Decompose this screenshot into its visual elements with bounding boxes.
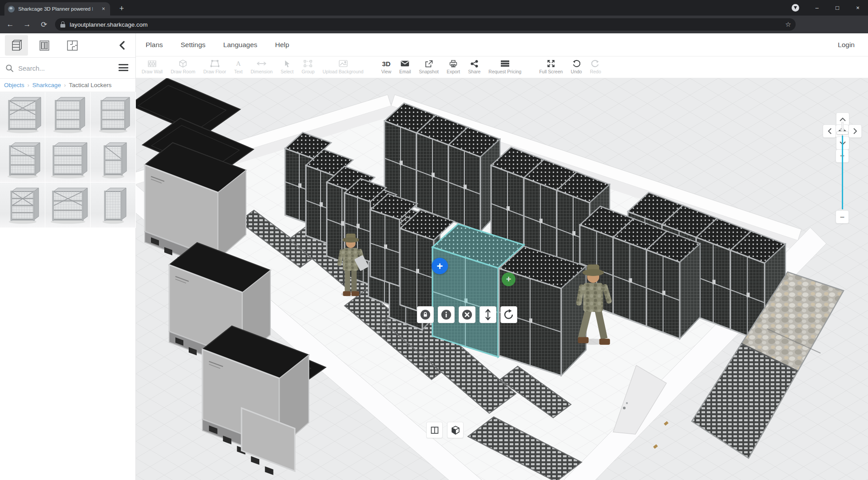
scene-shape bbox=[351, 291, 359, 296]
tab-title-fade bbox=[89, 2, 99, 16]
forward-icon[interactable]: → bbox=[20, 18, 34, 31]
scene-shape bbox=[572, 231, 575, 236]
tactical-locker-2[interactable] bbox=[45, 92, 91, 137]
view-2d-icon bbox=[430, 426, 439, 435]
pan-right-button[interactable] bbox=[848, 124, 862, 138]
bookmark-star-icon[interactable]: ☆ bbox=[785, 20, 791, 28]
adjust-height-button[interactable] bbox=[480, 306, 496, 323]
sidebar-tab-objects[interactable] bbox=[5, 35, 28, 56]
tool-redo[interactable]: Redo bbox=[586, 56, 605, 74]
view-3d-button[interactable] bbox=[447, 422, 464, 438]
thumbnail-grid bbox=[0, 92, 135, 228]
scene-shape bbox=[583, 269, 604, 276]
email-icon bbox=[400, 59, 409, 68]
tactical-locker-8[interactable] bbox=[45, 183, 91, 228]
tab-close-icon[interactable]: × bbox=[100, 5, 107, 12]
tool-export[interactable]: Export bbox=[443, 56, 464, 74]
tactical-locker-9[interactable] bbox=[91, 183, 136, 228]
object-toolbar bbox=[417, 306, 517, 323]
breadcrumb-sharkcage[interactable]: Sharkcage bbox=[32, 82, 61, 88]
tool-request-pricing[interactable]: Request Pricing bbox=[484, 56, 525, 74]
tab-title: Sharkcage 3D Planner powered b bbox=[18, 6, 93, 12]
sidebar-menu-icon[interactable] bbox=[119, 64, 128, 72]
tactical-locker-3[interactable] bbox=[91, 92, 136, 137]
tool-share[interactable]: Share bbox=[464, 56, 484, 74]
sidebar-tab-doors-windows[interactable] bbox=[33, 35, 56, 56]
tool-draw-wall[interactable]: Draw Wall bbox=[138, 56, 166, 74]
tactical-locker-1[interactable] bbox=[0, 92, 45, 137]
menu-item-help[interactable]: Help bbox=[275, 41, 289, 49]
rotate-button[interactable] bbox=[500, 306, 517, 323]
export-icon bbox=[449, 59, 457, 68]
new-tab-button[interactable]: + bbox=[116, 4, 127, 14]
tactical-locker-4[interactable] bbox=[0, 137, 45, 183]
zoom-slider-handle[interactable] bbox=[836, 131, 848, 135]
minimize-button[interactable]: – bbox=[807, 0, 827, 16]
info-button[interactable] bbox=[438, 306, 455, 323]
tool-label: View bbox=[381, 69, 392, 74]
zoom-out-button[interactable]: – bbox=[836, 210, 849, 224]
back-icon[interactable]: ← bbox=[4, 18, 17, 31]
favicon-icon bbox=[8, 6, 15, 12]
draw-floor-icon bbox=[210, 59, 219, 68]
menu-item-settings[interactable]: Settings bbox=[181, 41, 206, 49]
tool-full-screen[interactable]: Full Screen bbox=[535, 56, 567, 74]
request-pricing-icon bbox=[501, 59, 509, 68]
incognito-indicator-icon[interactable] bbox=[792, 4, 799, 12]
scene-shape bbox=[662, 291, 666, 295]
tool-view[interactable]: 3DView bbox=[377, 56, 396, 74]
scene-shape bbox=[400, 161, 403, 165]
tool-label: Share bbox=[468, 69, 480, 74]
delete-button[interactable] bbox=[459, 306, 476, 323]
tool-label: Snapshot bbox=[419, 69, 439, 74]
tactical-locker-6[interactable] bbox=[91, 137, 136, 183]
select-icon bbox=[284, 59, 290, 68]
browser-addressbar: ← → ⟳ layoutplanner.sharkcage.com ☆ Inco… bbox=[0, 16, 868, 33]
tool-draw-floor[interactable]: Draw Floor bbox=[199, 56, 230, 74]
url-bar[interactable]: layoutplanner.sharkcage.com ☆ bbox=[55, 18, 796, 31]
login-link[interactable]: Login bbox=[838, 41, 855, 49]
tool-undo[interactable]: Undo bbox=[567, 56, 586, 74]
scene-shape bbox=[320, 202, 323, 207]
close-button[interactable]: × bbox=[848, 0, 868, 16]
tactical-locker-7[interactable] bbox=[0, 183, 45, 228]
menu-item-languages[interactable]: Languages bbox=[223, 41, 258, 49]
tool-label: Draw Wall bbox=[142, 69, 163, 74]
tactical-locker-5[interactable] bbox=[45, 137, 91, 183]
sidebar-tab-floorplan[interactable] bbox=[61, 35, 84, 56]
scene-shape bbox=[298, 184, 301, 188]
tool-upload-background[interactable]: Upload Background bbox=[318, 56, 367, 74]
svg-text:A: A bbox=[236, 60, 241, 67]
add-object-button[interactable]: + bbox=[432, 258, 448, 274]
refresh-icon[interactable]: ⟳ bbox=[37, 18, 51, 31]
tool-dimension[interactable]: Dimension bbox=[247, 56, 277, 74]
breadcrumb-separator: › bbox=[64, 82, 66, 88]
maximize-button[interactable]: □ bbox=[827, 0, 848, 16]
breadcrumb-objects[interactable]: Objects bbox=[4, 82, 24, 88]
tool-email[interactable]: Email bbox=[395, 56, 415, 74]
menu-items: PlansSettingsLanguagesHelp bbox=[136, 41, 289, 49]
url-text: layoutplanner.sharkcage.com bbox=[70, 21, 148, 28]
planner-canvas[interactable]: + – bbox=[136, 78, 868, 480]
snapshot-icon bbox=[425, 59, 433, 68]
tool-select[interactable]: Select bbox=[277, 56, 297, 74]
tool-text[interactable]: AText bbox=[230, 56, 246, 74]
tool-group[interactable]: Group bbox=[297, 56, 318, 74]
view-2d-button[interactable] bbox=[426, 422, 443, 438]
menu-item-plans[interactable]: Plans bbox=[146, 41, 163, 49]
zoom-slider-track[interactable] bbox=[842, 136, 843, 209]
browser-titlebar: Sharkcage 3D Planner powered b × + – □ × bbox=[0, 0, 868, 16]
tool-draw-room[interactable]: Draw Room bbox=[166, 56, 199, 74]
lock-button[interactable] bbox=[417, 306, 434, 323]
sidebar-collapse-button[interactable] bbox=[116, 40, 127, 51]
group-icon bbox=[304, 59, 312, 68]
tool-label: Full Screen bbox=[539, 69, 563, 74]
add-adjacent-button[interactable]: + bbox=[502, 272, 515, 286]
scene-shape bbox=[539, 219, 543, 223]
pan-left-button[interactable] bbox=[823, 124, 836, 138]
tool-snapshot[interactable]: Snapshot bbox=[415, 56, 443, 74]
search-input[interactable] bbox=[18, 64, 103, 72]
scene-shape bbox=[342, 237, 359, 243]
scene-shape bbox=[623, 407, 626, 409]
browser-tab[interactable]: Sharkcage 3D Planner powered b × bbox=[4, 2, 110, 16]
